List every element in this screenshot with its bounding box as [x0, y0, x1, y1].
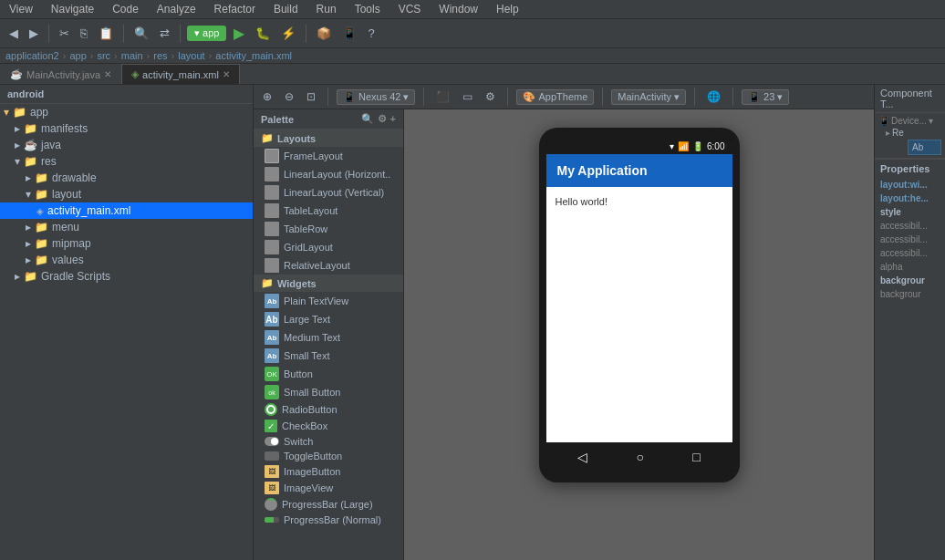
tree-mipmap[interactable]: ▸ 📁 mipmap — [0, 235, 253, 252]
palette-tablelayout[interactable]: TableLayout — [254, 202, 403, 220]
menu-vcs[interactable]: VCS — [395, 2, 425, 16]
replace-button[interactable]: ⇄ — [156, 25, 173, 42]
prop-alpha[interactable]: alpha — [875, 260, 945, 274]
palette-small-text[interactable]: Ab Small Text — [254, 347, 403, 365]
menu-tools[interactable]: Tools — [351, 2, 384, 16]
palette-relativelayout[interactable]: RelativeLayout — [254, 256, 403, 275]
palette-imageview[interactable]: 🖼 ImageView — [254, 480, 403, 496]
palette-togglebutton[interactable]: ToggleButton — [254, 449, 403, 463]
config-button[interactable]: ⚙ — [482, 89, 499, 104]
prop-layout-width[interactable]: layout:wi... — [875, 178, 945, 192]
menu-window[interactable]: Window — [435, 2, 482, 16]
back-nav-icon[interactable]: ◁ — [577, 450, 587, 464]
menu-help[interactable]: Help — [493, 2, 523, 16]
paste-button[interactable]: 📋 — [95, 25, 117, 42]
palette-plain-textview[interactable]: Ab Plain TextView — [254, 292, 403, 310]
tree-menu[interactable]: ▸ 📁 menu — [0, 219, 253, 235]
activity-selector[interactable]: MainActivity ▾ — [611, 89, 686, 105]
path-layout[interactable]: layout — [178, 50, 204, 61]
palette-linearlayout-h[interactable]: LinearLayout (Horizont.. — [254, 165, 403, 183]
prop-background[interactable]: backgrour — [875, 274, 945, 287]
imageview-icon: 🖼 — [265, 482, 279, 494]
linearlayout-v-label: LinearLayout (Vertical) — [284, 187, 384, 198]
tree-app[interactable]: ▾ 📁 app — [0, 104, 253, 120]
palette-imagebutton[interactable]: 🖼 ImageButton — [254, 463, 403, 480]
menu-navigate[interactable]: Navigate — [47, 2, 98, 16]
palette-widgets-header[interactable]: 📁 Widgets — [254, 275, 403, 292]
api-selector[interactable]: 📱 23 ▾ — [742, 89, 789, 105]
prop-accessibility-3[interactable]: accessibil... — [875, 246, 945, 260]
search-button[interactable]: 🔍 — [130, 25, 152, 42]
forward-button[interactable]: ▶ — [26, 25, 42, 42]
palette-layouts-header[interactable]: 📁 Layouts — [254, 130, 403, 147]
copy-button[interactable]: ⎘ — [77, 25, 91, 42]
path-main[interactable]: main — [121, 50, 143, 61]
palette-radiobutton[interactable]: RadioButton — [254, 401, 403, 418]
run-button[interactable]: ▾ app — [187, 26, 226, 41]
device-selector[interactable]: 📱 Nexus 42 ▾ — [337, 89, 415, 105]
menu-view[interactable]: View — [5, 2, 36, 16]
fit-button[interactable]: ⊡ — [303, 89, 319, 104]
path-application2[interactable]: application2 — [5, 50, 59, 61]
tab-activity-main-xml[interactable]: ◈ activity_main.xml ✕ — [121, 64, 240, 84]
tree-res[interactable]: ▾ 📁 res — [0, 153, 253, 170]
palette-settings-icon[interactable]: ⚙ — [378, 113, 387, 125]
prop-layout-height[interactable]: layout:he... — [875, 192, 945, 205]
home-nav-icon[interactable]: ○ — [637, 450, 644, 464]
palette-large-text[interactable]: Ab Large Text — [254, 310, 403, 328]
play-button[interactable]: ▶ — [230, 23, 248, 44]
palette-button[interactable]: OK Button — [254, 365, 403, 383]
palette-progressbar-normal[interactable]: ProgressBar (Normal) — [254, 513, 403, 527]
menu-analyze[interactable]: Analyze — [153, 2, 200, 16]
sdk-manager-button[interactable]: 📦 — [313, 25, 335, 42]
prop-background-2[interactable]: backgrour — [875, 287, 945, 301]
menu-run[interactable]: Run — [313, 2, 340, 16]
back-button[interactable]: ◀ — [5, 25, 22, 42]
palette-progressbar-large[interactable]: ProgressBar (Large) — [254, 496, 403, 513]
tab-java-close[interactable]: ✕ — [104, 69, 111, 79]
help-button[interactable]: ? — [364, 25, 378, 42]
path-res[interactable]: res — [153, 50, 167, 61]
tab-xml-close[interactable]: ✕ — [223, 69, 230, 79]
globe-button[interactable]: 🌐 — [703, 89, 724, 104]
tree-values[interactable]: ▸ 📁 values — [0, 252, 253, 268]
zoom-out-button[interactable]: ⊖ — [281, 89, 297, 104]
recents-nav-icon[interactable]: □ — [692, 450, 700, 464]
menu-build[interactable]: Build — [270, 2, 302, 16]
palette-switch[interactable]: Switch — [254, 434, 403, 449]
palette-search-icon[interactable]: 🔍 — [361, 113, 374, 125]
menu-code[interactable]: Code — [109, 2, 142, 16]
portrait-button[interactable]: ⬛ — [432, 89, 453, 104]
palette-checkbox[interactable]: ✓ CheckBox — [254, 418, 403, 434]
palette-gridlayout[interactable]: GridLayout — [254, 238, 403, 256]
palette-small-button[interactable]: ok Small Button — [254, 383, 403, 401]
tree-gradle[interactable]: ▸ 📁 Gradle Scripts — [0, 268, 253, 285]
profile-button[interactable]: ⚡ — [277, 25, 299, 42]
palette-tablerow[interactable]: TableRow — [254, 220, 403, 238]
tree-layout[interactable]: ▾ 📁 layout — [0, 186, 253, 202]
avd-manager-button[interactable]: 📱 — [338, 25, 360, 42]
device-icon: 📱 — [343, 91, 356, 103]
path-src[interactable]: src — [97, 50, 110, 61]
palette-framelayout[interactable]: FrameLayout — [254, 147, 403, 165]
prop-style[interactable]: style — [875, 205, 945, 219]
path-app[interactable]: app — [69, 50, 86, 61]
theme-selector[interactable]: 🎨 AppTheme — [516, 89, 594, 105]
tree-activity-main-xml[interactable]: ◈ activity_main.xml — [0, 202, 253, 219]
palette-medium-text[interactable]: Ab Medium Text — [254, 328, 403, 347]
cut-button[interactable]: ✂ — [56, 25, 73, 42]
tree-java[interactable]: ▸ ☕ java — [0, 137, 253, 153]
menu-refactor[interactable]: Refactor — [211, 2, 259, 16]
prop-accessibility-2[interactable]: accessibil... — [875, 233, 945, 246]
palette-linearlayout-v[interactable]: LinearLayout (Vertical) — [254, 183, 403, 202]
phone-content[interactable]: Hello world! — [546, 187, 732, 442]
palette-add-icon[interactable]: + — [390, 113, 396, 125]
tree-manifests[interactable]: ▸ 📁 manifests — [0, 120, 253, 137]
prop-accessibility-1[interactable]: accessibil... — [875, 219, 945, 233]
tab-main-activity-java[interactable]: ☕ MainActivity.java ✕ — [0, 64, 121, 84]
tree-drawable[interactable]: ▸ 📁 drawable — [0, 170, 253, 186]
debug-button[interactable]: 🐛 — [252, 25, 274, 42]
landscape-button[interactable]: ▭ — [459, 89, 476, 104]
path-activity-xml[interactable]: activity_main.xml — [215, 50, 292, 61]
zoom-in-button[interactable]: ⊕ — [259, 89, 275, 104]
